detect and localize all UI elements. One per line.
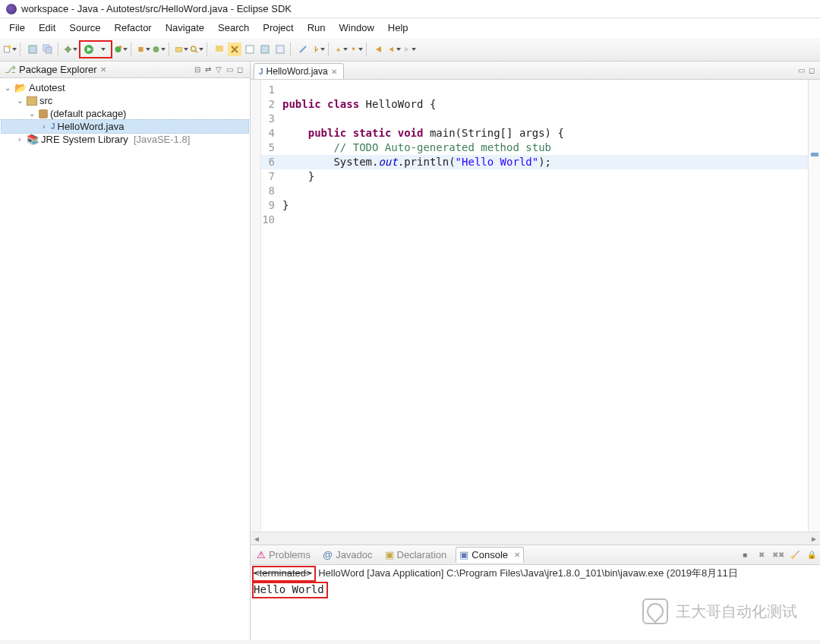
new-type-button[interactable] [152,43,166,56]
new-button[interactable] [3,43,17,56]
twisty-icon[interactable]: ⌄ [27,109,36,118]
javadoc-icon: @ [323,549,333,560]
src-label: src [39,95,52,106]
close-tab-icon[interactable]: ✕ [514,551,520,559]
run-button[interactable] [82,43,96,56]
code-area[interactable]: 1 2public class HelloWord { 3 4 public s… [261,80,808,532]
menu-run[interactable]: Run [301,20,332,36]
scroll-lock-icon[interactable]: 🔒 [806,550,817,560]
declaration-tab[interactable]: ▣Declaration [382,548,450,562]
outline-icon[interactable] [273,43,287,56]
link-editor-icon[interactable]: ⇄ [203,65,213,75]
main-area: ⎇ Package Explorer ✕ ⊟ ⇄ ▽ ▭ ◻ ⌄ 📂 Autot… [0,62,820,640]
editor-marker-bar[interactable] [251,80,261,532]
close-view-icon[interactable]: ✕ [100,65,106,74]
console-launch-header: <terminated> HelloWord [Java Application… [251,565,820,583]
tree-project-node[interactable]: ⌄ 📂 Autotest [2,81,248,94]
view-menu-icon[interactable]: ▽ [213,65,224,75]
minimize-editor-icon[interactable]: ▭ [796,65,806,76]
project-label: Autotest [29,82,65,93]
back-button[interactable] [372,43,386,56]
terminated-highlight: <terminated> [252,566,316,582]
src-folder-icon [27,96,37,106]
console-icon: ▣ [459,549,468,560]
overview-ruler[interactable] [808,80,820,532]
overview-marker[interactable] [811,153,818,156]
format-icon[interactable] [243,43,257,56]
menu-source[interactable]: Source [63,20,106,36]
svg-point-5 [65,47,70,52]
minimize-view-icon[interactable]: ▭ [224,65,235,75]
file-label: HelloWord.java [58,121,125,132]
close-tab-icon[interactable]: ✕ [331,68,337,76]
twisty-icon[interactable]: ⌄ [15,96,24,105]
scroll-right-icon[interactable]: ► [810,535,818,543]
svg-point-1 [8,46,11,49]
menu-window[interactable]: Window [333,20,380,36]
svg-rect-4 [46,47,52,53]
menu-refactor[interactable]: Refactor [109,20,158,36]
tree-library-node[interactable]: › 📚 JRE System Library [JavaSE-1.8] [2,133,248,146]
menu-search[interactable]: Search [212,20,255,36]
next-annotation-button[interactable] [349,43,363,56]
menu-project[interactable]: Project [257,20,299,36]
forward-dropdown[interactable] [402,43,416,56]
title-bar: workspace - Java - Autotest/src/HelloWor… [0,0,820,18]
console-output[interactable]: Hello World [251,583,820,640]
menu-help[interactable]: Help [382,20,415,36]
remove-launch-icon[interactable]: ✖ [756,550,767,560]
ext-tools-button[interactable] [114,43,128,56]
svg-marker-26 [376,46,381,52]
java-file-icon: J [259,68,263,76]
save-all-button[interactable] [41,43,55,56]
twisty-icon[interactable]: › [39,122,49,131]
remove-all-icon[interactable]: ✖✖ [773,550,784,560]
new-package-button[interactable] [137,43,150,56]
editor-body[interactable]: 1 2public class HelloWord { 3 4 public s… [251,80,820,532]
svg-point-15 [153,46,159,52]
toggle-comment-icon[interactable] [213,43,226,56]
clear-console-icon[interactable]: 🧹 [790,550,800,560]
javadoc-tab[interactable]: @Javadoc [320,548,376,562]
svg-marker-24 [336,48,340,52]
package-icon [39,109,48,118]
menu-file[interactable]: File [3,20,31,36]
save-button[interactable] [26,43,39,56]
debug-button[interactable] [64,43,77,56]
tree-src-node[interactable]: ⌄ src [2,94,248,107]
back-dropdown[interactable] [387,43,401,56]
twisty-icon[interactable]: › [15,135,24,144]
maximize-editor-icon[interactable]: ◻ [806,65,817,76]
search-button[interactable] [190,43,203,56]
console-tab[interactable]: ▣Console✕ [456,547,524,563]
toggle-mark-icon[interactable] [228,43,241,56]
package-explorer-icon: ⎇ [5,64,16,75]
menu-bar: File Edit Source Refactor Navigate Searc… [0,18,820,37]
main-toolbar [0,37,820,62]
wand-icon[interactable] [296,43,310,56]
editor-tab[interactable]: J HelloWord.java ✕ [254,63,344,79]
run-dropdown[interactable] [96,43,109,56]
step-icon[interactable] [311,43,325,56]
declaration-icon: ▣ [385,549,394,560]
bottom-tab-bar: ⚠Problems @Javadoc ▣Declaration ▣Console… [251,545,820,565]
scroll-left-icon[interactable]: ◄ [253,535,260,543]
prev-annotation-button[interactable] [334,43,348,56]
collapse-all-icon[interactable]: ⊟ [192,65,203,75]
tree-package-node[interactable]: ⌄ (default package) [2,107,248,120]
svg-point-17 [191,46,196,51]
menu-edit[interactable]: Edit [33,20,62,36]
open-type-button[interactable] [175,43,188,56]
twisty-icon[interactable]: ⌄ [3,84,12,92]
maximize-view-icon[interactable]: ◻ [235,65,245,75]
refresh-icon[interactable] [258,43,272,56]
problems-tab[interactable]: ⚠Problems [254,548,314,562]
package-explorer-tree[interactable]: ⌄ 📂 Autotest ⌄ src ⌄ (default package) ›… [0,78,250,149]
menu-navigate[interactable]: Navigate [159,20,210,36]
output-highlight: Hello World [252,582,328,598]
editor-horizontal-scrollbar[interactable]: ◄► [251,532,820,545]
library-label: JRE System Library [41,134,128,145]
tree-file-node[interactable]: › J HelloWord.java [2,120,248,133]
terminate-icon[interactable]: ■ [740,550,750,560]
svg-rect-20 [246,46,254,53]
